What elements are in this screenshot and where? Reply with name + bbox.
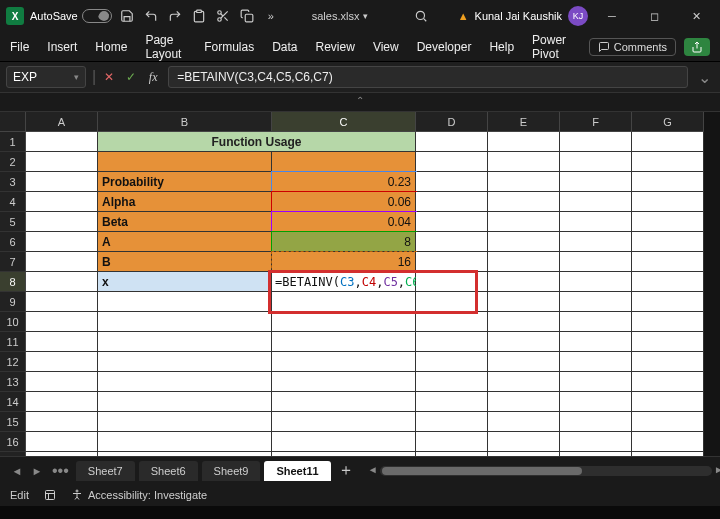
cell-c13[interactable] [272, 372, 416, 392]
cell-b17[interactable] [98, 452, 272, 456]
name-box[interactable]: EXP ▾ [6, 66, 86, 88]
cell-a7[interactable] [26, 252, 98, 272]
cell-c2[interactable] [272, 152, 416, 172]
cell-f2[interactable] [560, 152, 632, 172]
clipboard-icon[interactable] [190, 7, 208, 25]
scrollbar-thumb[interactable] [382, 467, 582, 475]
cell-b1-c1-title[interactable]: Function Usage [98, 132, 416, 152]
col-header-c[interactable]: C [272, 112, 416, 132]
cell-a5[interactable] [26, 212, 98, 232]
copy-icon[interactable] [238, 7, 256, 25]
cell-c14[interactable] [272, 392, 416, 412]
cell-e12[interactable] [488, 352, 560, 372]
chevron-up-icon[interactable]: ⌃ [356, 95, 364, 106]
formula-input[interactable]: =BETAINV(C3,C4,C5,C6,C7) [168, 66, 688, 88]
cell-g6[interactable] [632, 232, 704, 252]
cell-d17[interactable] [416, 452, 488, 456]
cell-f9[interactable] [560, 292, 632, 312]
workbook-stats-icon[interactable] [43, 489, 57, 501]
cell-e2[interactable] [488, 152, 560, 172]
cell-e7[interactable] [488, 252, 560, 272]
row-header-10[interactable]: 10 [0, 312, 26, 332]
cell-g16[interactable] [632, 432, 704, 452]
cell-d10[interactable] [416, 312, 488, 332]
cell-e4[interactable] [488, 192, 560, 212]
cell-f11[interactable] [560, 332, 632, 352]
cell-d13[interactable] [416, 372, 488, 392]
col-header-g[interactable]: G [632, 112, 704, 132]
select-all-corner[interactable] [0, 112, 26, 132]
cell-g15[interactable] [632, 412, 704, 432]
cell-d8[interactable] [416, 272, 488, 292]
cell-e3[interactable] [488, 172, 560, 192]
fx-icon[interactable]: fx [144, 68, 162, 86]
tab-help[interactable]: Help [489, 40, 514, 54]
row-header-8[interactable]: 8 [0, 272, 26, 292]
cell-a1[interactable] [26, 132, 98, 152]
cell-c3[interactable]: 0.23 [272, 172, 416, 192]
sheet-tab-sheet6[interactable]: Sheet6 [139, 461, 198, 481]
col-header-b[interactable]: B [98, 112, 272, 132]
row-header-3[interactable]: 3 [0, 172, 26, 192]
cell-b11[interactable] [98, 332, 272, 352]
cell-g4[interactable] [632, 192, 704, 212]
cell-e14[interactable] [488, 392, 560, 412]
cell-d14[interactable] [416, 392, 488, 412]
cell-b12[interactable] [98, 352, 272, 372]
save-icon[interactable] [118, 7, 136, 25]
cell-g2[interactable] [632, 152, 704, 172]
cell-a13[interactable] [26, 372, 98, 392]
cell-b7[interactable]: B [98, 252, 272, 272]
row-header-17[interactable]: 17 [0, 452, 26, 456]
row-header-4[interactable]: 4 [0, 192, 26, 212]
cell-e13[interactable] [488, 372, 560, 392]
cell-f12[interactable] [560, 352, 632, 372]
row-header-12[interactable]: 12 [0, 352, 26, 372]
cell-e10[interactable] [488, 312, 560, 332]
undo-icon[interactable] [142, 7, 160, 25]
cell-g8[interactable] [632, 272, 704, 292]
filename-dropdown[interactable]: sales.xlsx ▾ [312, 10, 369, 22]
row-header-11[interactable]: 11 [0, 332, 26, 352]
cell-b6[interactable]: A [98, 232, 272, 252]
cell-a9[interactable] [26, 292, 98, 312]
cell-d4[interactable] [416, 192, 488, 212]
sheet-tab-sheet7[interactable]: Sheet7 [76, 461, 135, 481]
autosave-toggle[interactable]: AutoSave Off [30, 9, 112, 23]
cell-d6[interactable] [416, 232, 488, 252]
cut-icon[interactable] [214, 7, 232, 25]
cell-b8[interactable]: x [98, 272, 272, 292]
cell-a12[interactable] [26, 352, 98, 372]
cell-f8[interactable] [560, 272, 632, 292]
row-header-9[interactable]: 9 [0, 292, 26, 312]
cell-c17[interactable] [272, 452, 416, 456]
enter-formula-icon[interactable]: ✓ [122, 68, 140, 86]
cell-a15[interactable] [26, 412, 98, 432]
expand-formula-icon[interactable]: ⌄ [694, 68, 714, 87]
cell-e11[interactable] [488, 332, 560, 352]
sheet-nav-next-icon[interactable]: ► [28, 465, 46, 477]
cell-a10[interactable] [26, 312, 98, 332]
sheet-tab-sheet9[interactable]: Sheet9 [202, 461, 261, 481]
cell-c12[interactable] [272, 352, 416, 372]
cell-f10[interactable] [560, 312, 632, 332]
cell-b2[interactable] [98, 152, 272, 172]
cell-f4[interactable] [560, 192, 632, 212]
cell-b14[interactable] [98, 392, 272, 412]
cell-c5[interactable]: 0.04 [272, 212, 416, 232]
cell-a3[interactable] [26, 172, 98, 192]
cell-c6[interactable]: 8 [272, 232, 416, 252]
cell-e6[interactable] [488, 232, 560, 252]
cell-a8[interactable] [26, 272, 98, 292]
cell-d2[interactable] [416, 152, 488, 172]
row-header-7[interactable]: 7 [0, 252, 26, 272]
add-sheet-icon[interactable]: ＋ [334, 460, 358, 481]
cell-a4[interactable] [26, 192, 98, 212]
cell-a11[interactable] [26, 332, 98, 352]
cell-b9[interactable] [98, 292, 272, 312]
cell-a2[interactable] [26, 152, 98, 172]
tab-insert[interactable]: Insert [47, 40, 77, 54]
col-header-d[interactable]: D [416, 112, 488, 132]
cell-e9[interactable] [488, 292, 560, 312]
tab-developer[interactable]: Developer [417, 40, 472, 54]
